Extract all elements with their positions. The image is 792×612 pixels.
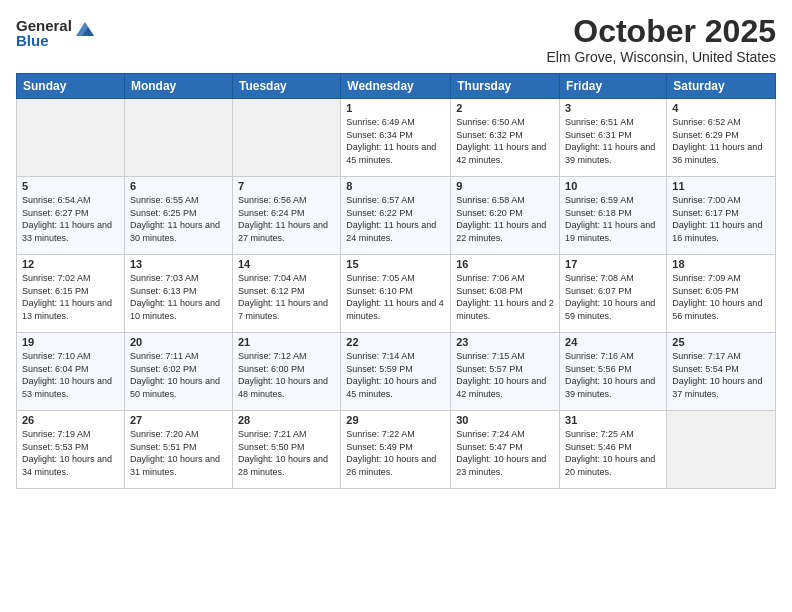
table-row: 17Sunrise: 7:08 AM Sunset: 6:07 PM Dayli… — [560, 255, 667, 333]
day-number: 29 — [346, 414, 445, 426]
day-number: 19 — [22, 336, 119, 348]
day-info: Sunrise: 7:20 AM Sunset: 5:51 PM Dayligh… — [130, 428, 227, 478]
table-row: 16Sunrise: 7:06 AM Sunset: 6:08 PM Dayli… — [451, 255, 560, 333]
day-info: Sunrise: 6:50 AM Sunset: 6:32 PM Dayligh… — [456, 116, 554, 166]
day-number: 23 — [456, 336, 554, 348]
day-info: Sunrise: 7:17 AM Sunset: 5:54 PM Dayligh… — [672, 350, 770, 400]
table-row: 4Sunrise: 6:52 AM Sunset: 6:29 PM Daylig… — [667, 99, 776, 177]
day-info: Sunrise: 7:16 AM Sunset: 5:56 PM Dayligh… — [565, 350, 661, 400]
table-row: 6Sunrise: 6:55 AM Sunset: 6:25 PM Daylig… — [124, 177, 232, 255]
table-row: 31Sunrise: 7:25 AM Sunset: 5:46 PM Dayli… — [560, 411, 667, 489]
day-number: 21 — [238, 336, 335, 348]
day-info: Sunrise: 6:55 AM Sunset: 6:25 PM Dayligh… — [130, 194, 227, 244]
table-row: 21Sunrise: 7:12 AM Sunset: 6:00 PM Dayli… — [232, 333, 340, 411]
calendar-week-row: 26Sunrise: 7:19 AM Sunset: 5:53 PM Dayli… — [17, 411, 776, 489]
day-number: 22 — [346, 336, 445, 348]
day-info: Sunrise: 6:57 AM Sunset: 6:22 PM Dayligh… — [346, 194, 445, 244]
day-number: 4 — [672, 102, 770, 114]
day-info: Sunrise: 7:10 AM Sunset: 6:04 PM Dayligh… — [22, 350, 119, 400]
day-info: Sunrise: 7:19 AM Sunset: 5:53 PM Dayligh… — [22, 428, 119, 478]
table-row: 27Sunrise: 7:20 AM Sunset: 5:51 PM Dayli… — [124, 411, 232, 489]
table-row: 11Sunrise: 7:00 AM Sunset: 6:17 PM Dayli… — [667, 177, 776, 255]
day-info: Sunrise: 7:02 AM Sunset: 6:15 PM Dayligh… — [22, 272, 119, 322]
day-info: Sunrise: 7:22 AM Sunset: 5:49 PM Dayligh… — [346, 428, 445, 478]
day-info: Sunrise: 7:15 AM Sunset: 5:57 PM Dayligh… — [456, 350, 554, 400]
day-info: Sunrise: 6:51 AM Sunset: 6:31 PM Dayligh… — [565, 116, 661, 166]
table-row: 23Sunrise: 7:15 AM Sunset: 5:57 PM Dayli… — [451, 333, 560, 411]
day-number: 30 — [456, 414, 554, 426]
day-info: Sunrise: 7:21 AM Sunset: 5:50 PM Dayligh… — [238, 428, 335, 478]
logo: General Blue — [16, 18, 96, 48]
header-thursday: Thursday — [451, 74, 560, 99]
day-info: Sunrise: 6:58 AM Sunset: 6:20 PM Dayligh… — [456, 194, 554, 244]
day-info: Sunrise: 7:11 AM Sunset: 6:02 PM Dayligh… — [130, 350, 227, 400]
day-info: Sunrise: 6:49 AM Sunset: 6:34 PM Dayligh… — [346, 116, 445, 166]
table-row: 5Sunrise: 6:54 AM Sunset: 6:27 PM Daylig… — [17, 177, 125, 255]
day-number: 7 — [238, 180, 335, 192]
day-number: 28 — [238, 414, 335, 426]
day-info: Sunrise: 7:04 AM Sunset: 6:12 PM Dayligh… — [238, 272, 335, 322]
logo-general: General — [16, 18, 72, 33]
header-wednesday: Wednesday — [341, 74, 451, 99]
header-friday: Friday — [560, 74, 667, 99]
table-row: 13Sunrise: 7:03 AM Sunset: 6:13 PM Dayli… — [124, 255, 232, 333]
calendar-week-row: 19Sunrise: 7:10 AM Sunset: 6:04 PM Dayli… — [17, 333, 776, 411]
header-saturday: Saturday — [667, 74, 776, 99]
location: Elm Grove, Wisconsin, United States — [546, 49, 776, 65]
header-tuesday: Tuesday — [232, 74, 340, 99]
table-row: 24Sunrise: 7:16 AM Sunset: 5:56 PM Dayli… — [560, 333, 667, 411]
day-number: 12 — [22, 258, 119, 270]
title-block: October 2025 Elm Grove, Wisconsin, Unite… — [546, 14, 776, 65]
table-row: 10Sunrise: 6:59 AM Sunset: 6:18 PM Dayli… — [560, 177, 667, 255]
table-row: 7Sunrise: 6:56 AM Sunset: 6:24 PM Daylig… — [232, 177, 340, 255]
logo-icon — [74, 18, 96, 40]
day-number: 18 — [672, 258, 770, 270]
calendar-week-row: 1Sunrise: 6:49 AM Sunset: 6:34 PM Daylig… — [17, 99, 776, 177]
day-info: Sunrise: 6:56 AM Sunset: 6:24 PM Dayligh… — [238, 194, 335, 244]
calendar-week-row: 5Sunrise: 6:54 AM Sunset: 6:27 PM Daylig… — [17, 177, 776, 255]
table-row: 19Sunrise: 7:10 AM Sunset: 6:04 PM Dayli… — [17, 333, 125, 411]
day-number: 15 — [346, 258, 445, 270]
day-number: 6 — [130, 180, 227, 192]
day-number: 13 — [130, 258, 227, 270]
day-number: 1 — [346, 102, 445, 114]
day-number: 11 — [672, 180, 770, 192]
day-number: 5 — [22, 180, 119, 192]
table-row: 30Sunrise: 7:24 AM Sunset: 5:47 PM Dayli… — [451, 411, 560, 489]
day-info: Sunrise: 7:24 AM Sunset: 5:47 PM Dayligh… — [456, 428, 554, 478]
day-info: Sunrise: 6:54 AM Sunset: 6:27 PM Dayligh… — [22, 194, 119, 244]
day-info: Sunrise: 7:09 AM Sunset: 6:05 PM Dayligh… — [672, 272, 770, 322]
day-number: 2 — [456, 102, 554, 114]
month-title: October 2025 — [546, 14, 776, 49]
day-number: 10 — [565, 180, 661, 192]
day-number: 8 — [346, 180, 445, 192]
day-info: Sunrise: 7:03 AM Sunset: 6:13 PM Dayligh… — [130, 272, 227, 322]
day-info: Sunrise: 6:52 AM Sunset: 6:29 PM Dayligh… — [672, 116, 770, 166]
table-row: 28Sunrise: 7:21 AM Sunset: 5:50 PM Dayli… — [232, 411, 340, 489]
day-info: Sunrise: 7:12 AM Sunset: 6:00 PM Dayligh… — [238, 350, 335, 400]
page-header: General Blue October 2025 Elm Grove, Wis… — [16, 14, 776, 65]
logo-blue: Blue — [16, 33, 72, 48]
table-row — [17, 99, 125, 177]
calendar-header-row: Sunday Monday Tuesday Wednesday Thursday… — [17, 74, 776, 99]
day-info: Sunrise: 7:25 AM Sunset: 5:46 PM Dayligh… — [565, 428, 661, 478]
calendar-week-row: 12Sunrise: 7:02 AM Sunset: 6:15 PM Dayli… — [17, 255, 776, 333]
day-number: 26 — [22, 414, 119, 426]
day-number: 3 — [565, 102, 661, 114]
day-info: Sunrise: 7:14 AM Sunset: 5:59 PM Dayligh… — [346, 350, 445, 400]
table-row: 20Sunrise: 7:11 AM Sunset: 6:02 PM Dayli… — [124, 333, 232, 411]
table-row: 18Sunrise: 7:09 AM Sunset: 6:05 PM Dayli… — [667, 255, 776, 333]
table-row: 26Sunrise: 7:19 AM Sunset: 5:53 PM Dayli… — [17, 411, 125, 489]
table-row: 12Sunrise: 7:02 AM Sunset: 6:15 PM Dayli… — [17, 255, 125, 333]
header-monday: Monday — [124, 74, 232, 99]
day-number: 17 — [565, 258, 661, 270]
table-row: 14Sunrise: 7:04 AM Sunset: 6:12 PM Dayli… — [232, 255, 340, 333]
day-info: Sunrise: 7:00 AM Sunset: 6:17 PM Dayligh… — [672, 194, 770, 244]
page-container: General Blue October 2025 Elm Grove, Wis… — [0, 0, 792, 612]
table-row: 25Sunrise: 7:17 AM Sunset: 5:54 PM Dayli… — [667, 333, 776, 411]
table-row: 22Sunrise: 7:14 AM Sunset: 5:59 PM Dayli… — [341, 333, 451, 411]
day-info: Sunrise: 7:06 AM Sunset: 6:08 PM Dayligh… — [456, 272, 554, 322]
table-row — [667, 411, 776, 489]
table-row: 29Sunrise: 7:22 AM Sunset: 5:49 PM Dayli… — [341, 411, 451, 489]
table-row: 1Sunrise: 6:49 AM Sunset: 6:34 PM Daylig… — [341, 99, 451, 177]
